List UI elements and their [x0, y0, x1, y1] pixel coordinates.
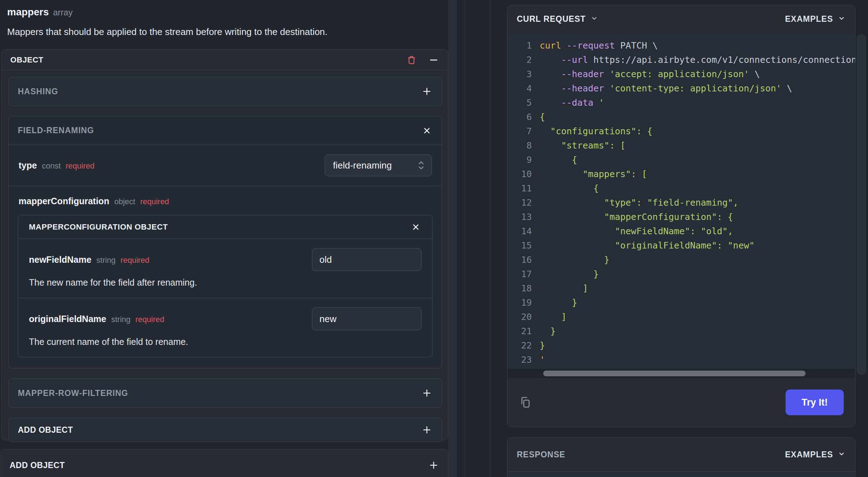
response-code-block [508, 472, 855, 477]
code-line: 23' [508, 352, 855, 367]
original-field-name-label: originalFieldName [29, 314, 106, 324]
mapper-configuration-card-title: MAPPERCONFIGURATION OBJECT [29, 222, 168, 232]
divider-line [448, 0, 449, 477]
line-number: 8 [508, 140, 532, 151]
curl-request-title: CURL REQUEST [517, 14, 586, 24]
close-icon [422, 125, 432, 136]
line-number: 17 [508, 269, 532, 279]
type-field-kind: const [42, 161, 61, 171]
line-number: 20 [508, 312, 532, 322]
field-renaming-section: FIELD-RENAMING type const required field… [8, 116, 442, 368]
add-object-outer-label: ADD OBJECT [10, 461, 65, 470]
code-line: 15 "originalFieldName": "new" [508, 238, 855, 252]
line-number: 13 [508, 212, 532, 222]
object-card-body: HASHING FIELD-RENAMING type const re [2, 70, 448, 446]
chevron-down-icon [837, 450, 846, 460]
curl-card-footer: Try It! [508, 378, 855, 427]
collapse-object-button[interactable] [428, 54, 439, 66]
type-select-value: field-renaming [333, 160, 392, 171]
add-object-inner-button[interactable]: ADD OBJECT [8, 418, 442, 442]
field-renaming-header[interactable]: FIELD-RENAMING [9, 116, 442, 145]
code-line: 8 "streams": [ [508, 138, 855, 152]
code-line: 2 --url https://api.airbyte.com/v1/conne… [508, 52, 855, 67]
divider-line [465, 0, 465, 477]
plus-icon-wrap [421, 424, 433, 436]
divider-line [490, 0, 490, 477]
field-name: mappers [7, 6, 49, 18]
mapper-configuration-required: required [140, 197, 169, 206]
trash-icon [406, 55, 417, 65]
mapper-configuration-label-row: mapperConfiguration object required [9, 186, 442, 215]
add-object-inner-label: ADD OBJECT [18, 425, 73, 435]
left-panel-scrollbar[interactable] [449, 0, 457, 477]
line-number: 9 [508, 155, 532, 165]
plus-icon [422, 86, 432, 97]
code-line: 3 --header 'accept: application/json' \ [508, 67, 855, 81]
type-field-row: type const required field-renaming [9, 145, 442, 186]
code-line: 20 ] [508, 310, 855, 324]
plus-icon-wrap [428, 460, 439, 471]
curl-code-block[interactable]: 1curl --request PATCH \2 --url https://a… [508, 32, 855, 378]
code-line: 16 } [508, 252, 855, 267]
api-example-panel: CURL REQUEST EXAMPLES 1curl --request PA… [507, 0, 856, 477]
hashing-section[interactable]: HASHING [8, 77, 442, 106]
line-number: 11 [508, 183, 532, 194]
original-field-name-row: originalFieldName string required The cu… [18, 298, 432, 357]
schema-panel: mappers array Mappers that should be app… [0, 0, 448, 477]
line-number: 22 [508, 340, 532, 351]
type-field-name: type [19, 160, 37, 171]
close-mapper-configuration-button[interactable] [410, 221, 422, 233]
request-examples-dropdown[interactable]: EXAMPLES [785, 14, 846, 24]
code-horizontal-scrollbar-track [508, 369, 855, 378]
mapper-configuration-card: MAPPERCONFIGURATION OBJECT newFieldName … [18, 215, 433, 357]
mapper-row-filtering-section[interactable]: MAPPER-ROW-FILTERING [8, 378, 442, 408]
new-field-name-description: The new name for the field after renamin… [29, 277, 422, 288]
panel-divider [448, 0, 507, 477]
add-object-outer-button[interactable]: ADD OBJECT [1, 449, 448, 477]
new-field-name-input[interactable] [312, 248, 422, 271]
original-field-name-kind: string [111, 315, 131, 324]
line-number: 1 [508, 40, 532, 51]
line-number: 6 [508, 112, 532, 122]
line-number: 2 [508, 55, 532, 65]
new-field-name-kind: string [96, 256, 116, 265]
code-line: 6{ [508, 110, 855, 124]
code-lines: 1curl --request PATCH \2 --url https://a… [508, 38, 855, 367]
object-card: OBJECT HASHING [1, 49, 448, 440]
code-line: 10 "mappers": [ [508, 167, 855, 181]
plus-icon [422, 425, 432, 435]
chevron-down-icon [590, 14, 599, 24]
line-number: 19 [508, 297, 532, 308]
expand-hashing-button[interactable] [421, 86, 433, 97]
code-line: 19 } [508, 295, 855, 310]
expand-mapper-row-filtering-button[interactable] [421, 387, 433, 399]
curl-request-dropdown[interactable]: CURL REQUEST [517, 14, 599, 24]
try-it-button[interactable]: Try It! [786, 390, 844, 415]
code-line: 7 "configurations": { [508, 124, 855, 138]
line-number: 16 [508, 255, 532, 265]
code-horizontal-scrollbar-thumb[interactable] [543, 371, 806, 376]
updown-chevrons-icon [417, 159, 426, 171]
original-field-name-input[interactable] [312, 307, 422, 330]
code-line: 14 "newFieldName": "old", [508, 224, 855, 238]
page-scrollbar-thumb[interactable] [857, 34, 866, 375]
line-number: 14 [508, 226, 532, 236]
close-field-renaming-button[interactable] [421, 125, 433, 136]
mapper-configuration-name: mapperConfiguration [19, 196, 109, 206]
code-line: 4 --header 'content-type: application/js… [508, 81, 855, 95]
object-card-title: OBJECT [10, 55, 44, 65]
copy-icon [519, 396, 532, 408]
code-line: 21 } [508, 324, 855, 338]
copy-code-button[interactable] [519, 396, 533, 409]
request-examples-label: EXAMPLES [785, 14, 833, 24]
original-field-name-description: The current name of the field to rename. [29, 337, 422, 347]
response-card: RESPONSE EXAMPLES [507, 437, 856, 477]
type-select[interactable]: field-renaming [325, 154, 432, 176]
object-card-header: OBJECT [2, 50, 448, 70]
delete-object-button[interactable] [406, 54, 417, 66]
response-examples-dropdown[interactable]: EXAMPLES [785, 450, 846, 460]
line-number: 5 [508, 97, 532, 108]
code-line: 22} [508, 338, 855, 352]
line-number: 23 [508, 355, 532, 365]
curl-request-card: CURL REQUEST EXAMPLES 1curl --request PA… [507, 5, 856, 427]
